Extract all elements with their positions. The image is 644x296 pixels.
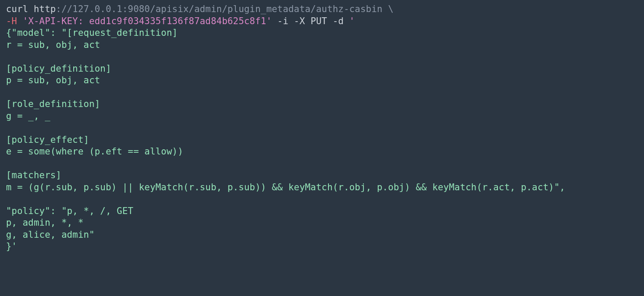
code-block: curl http://127.0.0.1:9080/apisix/admin/…: [0, 0, 644, 256]
token-quote: ': [23, 16, 28, 26]
code-line: [policy_definition]: [6, 63, 111, 74]
token-flag-h: -H: [6, 16, 23, 26]
code-line: [matchers]: [6, 170, 61, 180]
token-d: -d: [327, 16, 349, 26]
code-line: }': [6, 241, 17, 252]
code-line: r = sub, obj, act: [6, 40, 100, 50]
code-line: "policy": "p, *, /, GET: [6, 206, 133, 216]
token-quote: ': [266, 16, 272, 26]
code-line: g, alice, admin": [6, 230, 95, 240]
token-flags: -i -X: [272, 16, 310, 26]
code-line: p, admin, *, *: [6, 217, 84, 228]
token-http: http: [34, 4, 56, 14]
code-line: e = some(where (p.eft == allow)): [6, 146, 183, 157]
token-quote: ': [349, 16, 355, 26]
code-line: curl http://127.0.0.1:9080/apisix/admin/…: [6, 4, 394, 14]
token-curl: curl: [6, 4, 34, 14]
code-line: {"model": "[request_definition]: [6, 28, 178, 38]
token-url: ://127.0.0.1:9080/apisix/admin/plugin_me…: [56, 4, 394, 14]
token-put: PUT: [310, 16, 327, 26]
token-api-key: X-API-KEY: edd1c9f034335f136f87ad84b625c…: [28, 16, 266, 26]
code-line: g = _, _: [6, 111, 50, 121]
code-line: [role_definition]: [6, 99, 100, 109]
code-line: p = sub, obj, act: [6, 75, 100, 85]
code-line: m = (g(r.sub, p.sub) || keyMatch(r.sub, …: [6, 182, 565, 192]
code-line: [policy_effect]: [6, 135, 89, 145]
code-line: -H 'X-API-KEY: edd1c9f034335f136f87ad84b…: [6, 16, 355, 26]
